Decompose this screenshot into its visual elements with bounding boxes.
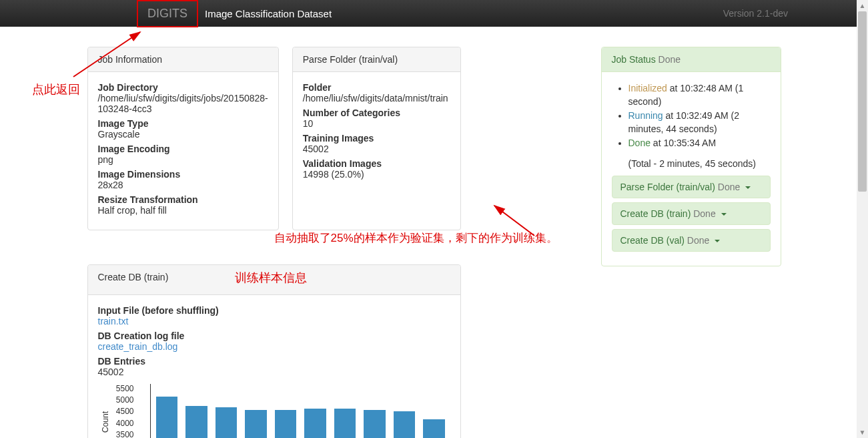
folder-value: /home/liu/sfw/digits/data/mnist/train [303,93,450,103]
ytick: 3500 [116,430,134,438]
scrollbar-thumb[interactable] [858,11,867,192]
ytick: 4500 [116,407,134,416]
svg-line-1 [494,206,534,236]
scroll-down-icon[interactable]: ▼ [857,427,868,438]
db-histogram: Count 550050004500400035003000 [98,384,450,438]
arrow-icon [488,202,548,242]
job-status-panel: Job Status Done Initialized at 10:32:48 … [601,47,781,266]
task-dropdown[interactable]: Parse Folder (train/val) Done [612,176,771,198]
create-db-heading: Create DB (train) 训练样本信息 [88,265,460,295]
training-images-label: Training Images [303,133,450,144]
job-status-done: Done [659,54,681,65]
chart-bar [304,409,326,438]
chart-bar [334,409,356,438]
resize-label: Resize Transformation [98,194,268,205]
status-item: Done at 10:35:34 AM [628,137,771,150]
brand-link[interactable]: DIGITS [137,0,198,27]
job-status-heading: Job Status Done [602,47,781,72]
chart-bar [215,407,238,438]
chart-bar [364,410,386,438]
version-text: Version 2.1-dev [723,8,788,19]
input-file-label: Input File (before shuffling) [98,305,450,316]
categories-label: Number of Categories [303,107,450,118]
job-dir-label: Job Directory [98,82,268,93]
image-dim-value: 28x28 [98,180,268,190]
log-file-label: DB Creation log file [98,331,450,341]
create-db-title: Create DB (train) [98,272,169,288]
status-total: (Total - 2 minutes, 45 seconds) [612,158,771,169]
job-info-heading: Job Information [88,47,278,72]
image-type-label: Image Type [98,118,268,129]
chart-plot-area [150,384,450,438]
task-dropdown[interactable]: Create DB (val) Done [612,229,771,252]
chart-bar [245,410,267,438]
task-dropdown[interactable]: Create DB (train) Done [612,202,771,225]
status-item: Initialized at 10:32:48 AM (1 second) [628,82,771,108]
chevron-down-icon [745,186,751,189]
entries-value: 45002 [98,367,450,377]
status-list: Initialized at 10:32:48 AM (1 second)Run… [612,82,771,150]
chevron-down-icon [715,240,720,242]
scroll-up-icon[interactable]: ▲ [857,0,868,11]
ytick: 5000 [116,395,134,405]
image-dim-label: Image Dimensions [98,169,268,180]
job-dir-value: /home/liu/sfw/digits/digits/jobs/2015082… [98,93,268,114]
image-type-value: Grayscale [98,129,268,140]
page-title: Image Classification Dataset [205,8,332,19]
entries-label: DB Entries [98,356,450,367]
job-status-label: Job Status [612,54,659,65]
scrollbar[interactable]: ▲ ▼ [857,0,868,438]
chart-bar [156,397,178,438]
image-encoding-value: png [98,154,268,165]
annotation-traininfo: 训练样本信息 [235,270,307,286]
job-info-panel: Job Information Job Directory /home/liu/… [87,47,279,230]
categories-value: 10 [303,118,450,129]
image-encoding-label: Image Encoding [98,144,268,154]
chart-bar [423,419,445,438]
chart-bar [275,410,297,438]
log-link[interactable]: create_train_db.log [98,341,178,352]
status-item: Running at 10:32:49 AM (2 minutes, 44 se… [628,110,771,136]
folder-label: Folder [303,82,450,93]
training-images-value: 45002 [303,144,450,154]
validation-images-value: 14998 (25.0%) [303,169,450,180]
train-txt-link[interactable]: train.txt [98,316,129,326]
annotation-return: 点此返回 [32,81,80,97]
ytick: 4000 [116,419,134,428]
task-buttons: Parse Folder (train/val) Done Create DB … [612,176,771,252]
create-db-panel: Create DB (train) 训练样本信息 Input File (bef… [87,264,461,438]
chart-bar [394,411,416,438]
chart-yaxis: 550050004500400035003000 [113,384,134,438]
navbar: DIGITS Image Classification Dataset Vers… [0,0,868,27]
resize-value: Half crop, half fill [98,205,268,216]
chart-bar [185,406,207,438]
parse-folder-panel: Parse Folder (train/val) Folder /home/li… [292,47,461,230]
ytick: 5500 [116,384,134,393]
validation-images-label: Validation Images [303,158,450,169]
chart-ylabel: Count [101,411,110,433]
parse-folder-heading: Parse Folder (train/val) [293,47,460,72]
chevron-down-icon [721,213,727,216]
